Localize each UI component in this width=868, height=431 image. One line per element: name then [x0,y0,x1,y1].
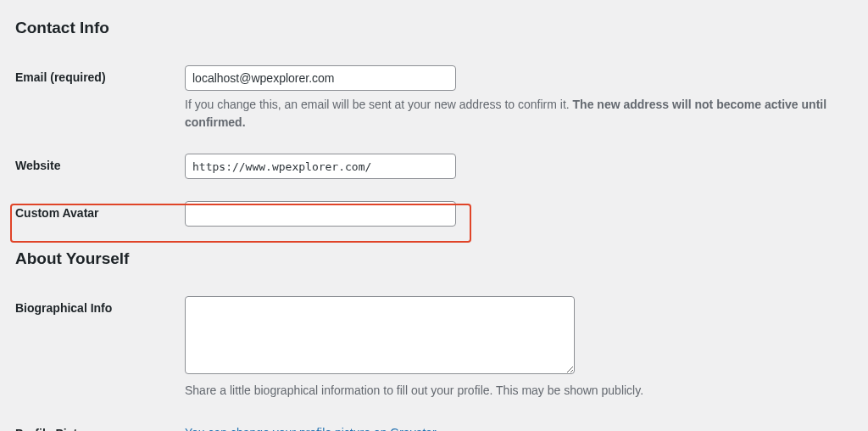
gravatar-link-suffix: . [436,426,439,431]
email-label: Email (required) [15,54,185,143]
website-label: Website [15,143,185,190]
contact-info-heading: Contact Info [15,19,853,37]
profile-picture-label: Profile Picture [15,411,185,431]
about-yourself-heading: About Yourself [15,249,853,268]
email-description: If you change this, an email will be sen… [185,96,844,132]
custom-avatar-label: Custom Avatar [15,206,99,220]
website-input[interactable] [185,154,456,179]
bio-label: Biographical Info [15,285,185,411]
email-input[interactable] [185,65,456,91]
gravatar-link[interactable]: You can change your profile picture on G… [185,426,436,431]
custom-avatar-input[interactable] [185,201,456,227]
bio-textarea[interactable] [185,296,575,374]
bio-description: Share a little biographical information … [185,382,844,400]
